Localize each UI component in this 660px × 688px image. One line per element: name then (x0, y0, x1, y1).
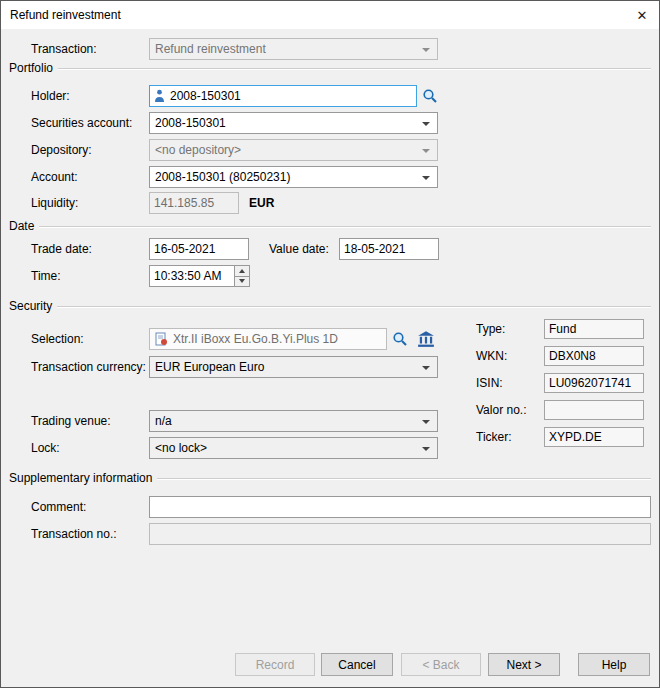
close-icon[interactable]: ✕ (627, 3, 657, 27)
transaction-label: Transaction: (31, 38, 97, 60)
group-divider (39, 226, 651, 228)
help-button[interactable]: Help (578, 653, 650, 676)
chevron-down-icon (422, 122, 430, 126)
portfolio-group-title: Portfolio (9, 61, 53, 75)
isin-label: ISIN: (476, 372, 503, 394)
transaction-currency-label: Transaction currency: (31, 356, 146, 378)
security-document-icon (154, 332, 168, 346)
back-button: < Back (401, 653, 481, 676)
person-icon (154, 89, 165, 103)
isin-value: LU0962071741 (549, 376, 631, 390)
record-button: Record (235, 653, 315, 676)
chevron-down-icon (422, 420, 430, 424)
holder-value: 2008-150301 (170, 89, 241, 103)
window-title: Refund reinvestment (10, 8, 121, 22)
security-selection-field: Xtr.II iBoxx Eu.Go.B.Yi.Plus 1D (149, 328, 387, 350)
chevron-down-icon (422, 149, 430, 153)
valor-no-field (544, 400, 644, 420)
supplementary-group-title: Supplementary information (9, 471, 152, 485)
value-date-label: Value date: (269, 238, 329, 260)
account-label: Account: (31, 166, 78, 188)
trade-date-field[interactable]: 16-05-2021 (149, 238, 249, 260)
group-divider (58, 68, 651, 70)
liquidity-currency: EUR (249, 192, 274, 214)
type-value: Fund (549, 322, 576, 336)
comment-input[interactable] (149, 496, 651, 518)
transaction-no-label: Transaction no.: (31, 523, 117, 545)
selection-label: Selection: (31, 328, 84, 350)
comment-label: Comment: (31, 496, 86, 518)
group-divider (57, 306, 651, 308)
bank-icon (417, 330, 435, 351)
securities-account-value: 2008-150301 (155, 116, 226, 130)
wkn-field: DBX0N8 (544, 346, 644, 366)
type-label: Type: (476, 318, 505, 340)
security-selection-value: Xtr.II iBoxx Eu.Go.B.Yi.Plus 1D (173, 332, 338, 346)
time-field[interactable]: 10:33:50 AM (149, 265, 250, 287)
holder-label: Holder: (31, 85, 70, 107)
chevron-down-icon (422, 447, 430, 451)
chevron-down-icon (422, 48, 430, 52)
security-search-button[interactable] (391, 331, 409, 349)
chevron-down-icon (422, 366, 430, 370)
account-value: 2008-150301 (80250231) (155, 170, 290, 184)
value-date-value: 18-05-2021 (344, 242, 405, 256)
time-value: 10:33:50 AM (154, 269, 221, 283)
next-button[interactable]: Next > (488, 653, 560, 676)
ticker-field: XYPD.DE (544, 427, 644, 447)
cancel-button[interactable]: Cancel (321, 653, 393, 676)
transaction-no-field (149, 523, 651, 545)
security-group-title: Security (9, 299, 52, 313)
trading-venue-label: Trading venue: (31, 410, 111, 432)
time-spinner-up-button[interactable] (235, 266, 249, 276)
liquidity-value: 141.185.85 (154, 196, 214, 210)
trading-venue-dropdown[interactable]: n/a (149, 410, 438, 432)
trade-date-value: 16-05-2021 (154, 242, 215, 256)
search-icon (392, 331, 408, 350)
trading-venue-value: n/a (155, 414, 172, 428)
lock-dropdown[interactable]: <no lock> (149, 437, 438, 459)
trade-date-label: Trade date: (31, 238, 92, 260)
supplementary-group-header: Supplementary information (9, 471, 651, 485)
holder-search-button[interactable] (421, 88, 439, 106)
isin-field: LU0962071741 (544, 373, 644, 393)
account-dropdown[interactable]: 2008-150301 (80250231) (149, 166, 438, 188)
search-icon (422, 88, 438, 107)
lock-value: <no lock> (155, 441, 207, 455)
arrow-up-icon (239, 269, 245, 273)
holder-field[interactable]: 2008-150301 (149, 85, 417, 107)
type-field: Fund (544, 319, 644, 339)
transaction-type-value: Refund reinvestment (155, 42, 266, 56)
lock-label: Lock: (31, 437, 60, 459)
security-group-header: Security (9, 299, 651, 313)
securities-account-label: Securities account: (31, 112, 132, 134)
transaction-currency-value: EUR European Euro (155, 360, 264, 374)
portfolio-group-header: Portfolio (9, 61, 651, 75)
ticker-value: XYPD.DE (549, 430, 602, 444)
valor-no-label: Valor no.: (476, 399, 526, 421)
depository-dropdown: <no depository> (149, 139, 438, 161)
exchange-lookup-button[interactable] (415, 329, 437, 351)
securities-account-dropdown[interactable]: 2008-150301 (149, 112, 438, 134)
date-group-header: Date (9, 219, 651, 233)
chevron-down-icon (422, 176, 430, 180)
time-spinner-down-button[interactable] (235, 276, 249, 287)
time-label: Time: (31, 265, 61, 287)
wkn-value: DBX0N8 (549, 349, 596, 363)
arrow-down-icon (239, 279, 245, 283)
value-date-field[interactable]: 18-05-2021 (339, 238, 439, 260)
liquidity-field: 141.185.85 (149, 192, 239, 214)
depository-value: <no depository> (155, 143, 241, 157)
refund-reinvestment-dialog: Refund reinvestment ✕ Transaction: Refun… (0, 0, 660, 688)
time-spinner (234, 266, 249, 286)
wkn-label: WKN: (476, 345, 507, 367)
date-group-title: Date (9, 219, 34, 233)
group-divider (157, 478, 651, 480)
transaction-currency-dropdown[interactable]: EUR European Euro (149, 356, 438, 378)
depository-label: Depository: (31, 139, 92, 161)
liquidity-label: Liquidity: (31, 192, 78, 214)
transaction-type-dropdown: Refund reinvestment (149, 38, 438, 60)
ticker-label: Ticker: (476, 426, 512, 448)
title-bar: Refund reinvestment ✕ (1, 1, 659, 29)
